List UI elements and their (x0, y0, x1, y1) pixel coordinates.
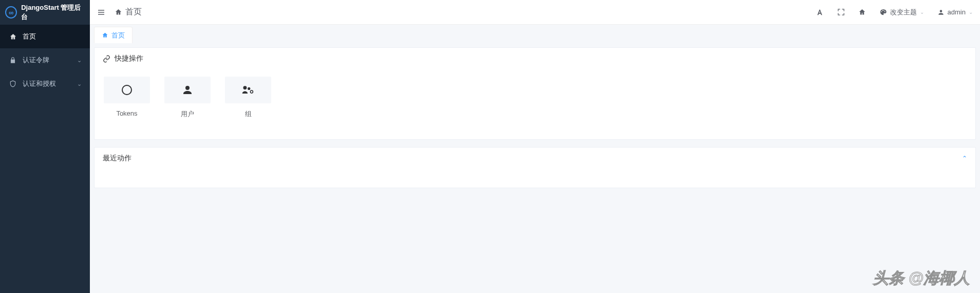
brand-title: DjangoStart 管理后台 (21, 3, 85, 22)
sidebar-item-auth-authz[interactable]: 认证和授权 ⌄ (0, 72, 90, 96)
user-icon (181, 84, 194, 96)
tab-label: 首页 (111, 31, 125, 40)
quick-action-users: 用户 (164, 77, 211, 119)
chevron-down-icon: ⌄ (920, 9, 924, 15)
sidebar-item-auth-token[interactable]: 认证令牌 ⌄ (0, 48, 90, 72)
logo-icon: ∞ (5, 6, 17, 19)
quick-action-label: Tokens (116, 109, 137, 117)
main-area: 首页 改变主题 ⌄ (90, 0, 980, 293)
chevron-down-icon: ⌄ (77, 57, 82, 64)
tabs-row: 首页 (90, 25, 980, 43)
quick-action-label: 用户 (181, 109, 194, 119)
fullscreen-button[interactable] (837, 8, 845, 16)
circle-icon (121, 84, 133, 96)
svg-point-0 (122, 85, 131, 95)
quick-action-label: 组 (245, 109, 252, 119)
recent-actions-card: 最近动作 ⌃ (94, 147, 976, 188)
chevron-down-icon: ⌄ (77, 81, 82, 87)
svg-point-2 (248, 87, 250, 90)
theme-label: 改变主题 (890, 8, 917, 17)
quick-action-button[interactable] (104, 77, 150, 103)
menu-toggle-button[interactable] (97, 8, 105, 16)
topbar: 首页 改变主题 ⌄ (90, 0, 980, 25)
home-icon (9, 33, 17, 41)
content: 快捷操作 Tokens (90, 43, 980, 293)
chevron-up-icon: ⌃ (962, 155, 967, 162)
card-header: 快捷操作 (95, 48, 975, 69)
breadcrumb-label: 首页 (125, 7, 142, 17)
svg-point-1 (243, 86, 247, 89)
theme-button[interactable]: 改变主题 ⌄ (879, 8, 924, 17)
user-label: admin (948, 8, 966, 16)
link-icon (103, 55, 110, 63)
home-button[interactable] (858, 8, 866, 16)
card-header-collapsible[interactable]: 最近动作 ⌃ (95, 148, 975, 169)
tab-home[interactable]: 首页 (94, 27, 133, 43)
lock-icon (9, 57, 17, 64)
quick-action-groups: 组 (225, 77, 271, 119)
user-menu-button[interactable]: admin ⌄ (937, 8, 973, 16)
quick-action-tokens: Tokens (104, 77, 150, 119)
quick-action-button[interactable] (225, 77, 271, 103)
sidebar-item-home[interactable]: 首页 (0, 25, 90, 48)
card-body-empty (95, 169, 975, 188)
chevron-down-icon: ⌄ (969, 9, 973, 15)
sidebar: ∞ DjangoStart 管理后台 首页 认证令牌 ⌄ 认证和授权 ⌄ (0, 0, 90, 293)
shield-icon (9, 80, 17, 87)
quick-actions-card: 快捷操作 Tokens (94, 47, 976, 140)
breadcrumb-home[interactable]: 首页 (115, 7, 142, 17)
users-cog-icon (241, 84, 255, 96)
brand-row: ∞ DjangoStart 管理后台 (0, 0, 90, 25)
quick-action-button[interactable] (164, 77, 211, 103)
font-size-button[interactable] (816, 8, 824, 16)
palette-icon (879, 8, 887, 16)
card-title: 快捷操作 (115, 54, 143, 63)
home-icon (102, 32, 108, 39)
sidebar-item-label: 认证令牌 (23, 56, 49, 65)
card-title: 最近动作 (103, 154, 131, 163)
sidebar-item-label: 首页 (23, 32, 36, 41)
user-icon (937, 9, 945, 16)
sidebar-item-label: 认证和授权 (23, 79, 56, 88)
